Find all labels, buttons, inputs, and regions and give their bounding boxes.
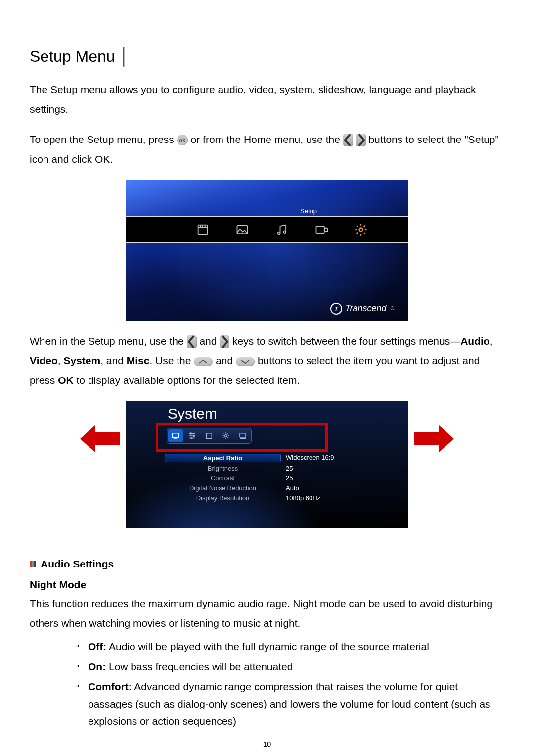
brand-text: Transcend <box>345 303 387 314</box>
section-bullet-icon <box>30 561 36 567</box>
file-icon <box>312 220 331 239</box>
section-title: Setup Menu │ <box>30 47 504 66</box>
page-number: 10 <box>0 740 534 748</box>
tab-box-icon <box>202 429 217 442</box>
intro-text: The Setup menu allows you to configure a… <box>30 84 476 115</box>
audio-bold: Audio <box>460 335 490 347</box>
setting-key: Aspect Ratio <box>165 454 281 462</box>
setting-value: Auto <box>281 484 369 492</box>
setting-key: Contrast <box>165 474 281 482</box>
system-bold: System <box>63 355 100 366</box>
svg-point-23 <box>225 435 227 437</box>
title-text: Setup Menu <box>30 47 115 65</box>
list-item: Off: Audio will be played with the full … <box>77 638 504 656</box>
setting-value: 1080p 60Hz <box>281 494 369 502</box>
music-icon <box>272 220 292 239</box>
svg-point-7 <box>284 231 286 233</box>
night-mode-desc: This function reduces the maximum dynami… <box>30 594 504 633</box>
night-mode-options: Off: Audio will be played with the full … <box>77 638 504 730</box>
reg-mark: ® <box>391 306 394 311</box>
intro-p1: The Setup menu allows you to configure a… <box>30 80 504 119</box>
ok-bold: OK <box>58 375 74 386</box>
red-arrow-left <box>80 425 120 452</box>
svg-marker-13 <box>414 425 454 452</box>
list-item: Comfort: Advanced dynamic range compress… <box>77 678 504 730</box>
red-arrow-right <box>414 425 454 452</box>
list-item: On: Low bass frequencies will be attenua… <box>77 659 504 676</box>
down-button-icon <box>236 357 255 366</box>
photos-icon <box>232 220 252 239</box>
setting-key: Digital Noise Reduction <box>165 484 281 492</box>
title-pipe: │ <box>119 47 129 65</box>
svg-marker-12 <box>80 425 120 452</box>
svg-point-11 <box>359 228 363 231</box>
misc-bold: Misc <box>127 355 150 366</box>
tab-sliders-icon <box>185 429 200 442</box>
svg-point-6 <box>278 232 280 234</box>
setting-key: Brightness <box>165 465 281 472</box>
setup-icon <box>351 220 371 239</box>
tab-display-icon <box>168 429 183 442</box>
system-screenshot-wrap: System Aspect RatioWidescreen 16:9Bright… <box>94 401 440 528</box>
intro2-a: To open the Setup menu, press <box>30 134 177 145</box>
svg-rect-14 <box>172 433 179 438</box>
setting-value: 25 <box>281 474 369 482</box>
tab-screen-icon <box>235 429 250 442</box>
intro2-b: or from the Home menu, use the <box>191 134 343 145</box>
up-button-icon <box>194 357 213 366</box>
right-button-icon <box>220 335 229 348</box>
svg-rect-24 <box>240 433 246 437</box>
left-button-icon <box>187 335 197 348</box>
left-button-icon <box>343 134 353 146</box>
system-title: System <box>165 405 220 424</box>
right-button-icon <box>356 134 366 146</box>
mid-paragraph: When in the Setup menu, use the and keys… <box>30 331 504 391</box>
svg-rect-8 <box>316 226 324 233</box>
setting-value: Widescreen 16:9 <box>281 454 369 462</box>
night-mode-heading: Night Mode <box>30 579 504 591</box>
audio-settings-text: Audio Settings <box>41 558 114 570</box>
ok-button-icon: ok <box>177 135 188 145</box>
tab-gear-icon <box>219 429 233 442</box>
intro-p2: To open the Setup menu, press ok or from… <box>30 130 504 169</box>
brand-logo: T Transcend® <box>330 303 394 315</box>
setting-value: 25 <box>281 465 369 472</box>
home-screenshot: Setup T Transcend® <box>126 180 408 321</box>
svg-line-10 <box>327 231 328 232</box>
movies-icon <box>193 220 213 239</box>
setup-label: Setup <box>300 207 317 215</box>
settings-list: Aspect RatioWidescreen 16:9Brightness25C… <box>126 451 408 507</box>
video-bold: Video <box>30 355 58 366</box>
svg-rect-22 <box>207 433 212 439</box>
setting-key: Display Resolution <box>165 494 281 502</box>
system-tabs <box>167 428 252 444</box>
audio-settings-heading: Audio Settings <box>30 558 504 570</box>
